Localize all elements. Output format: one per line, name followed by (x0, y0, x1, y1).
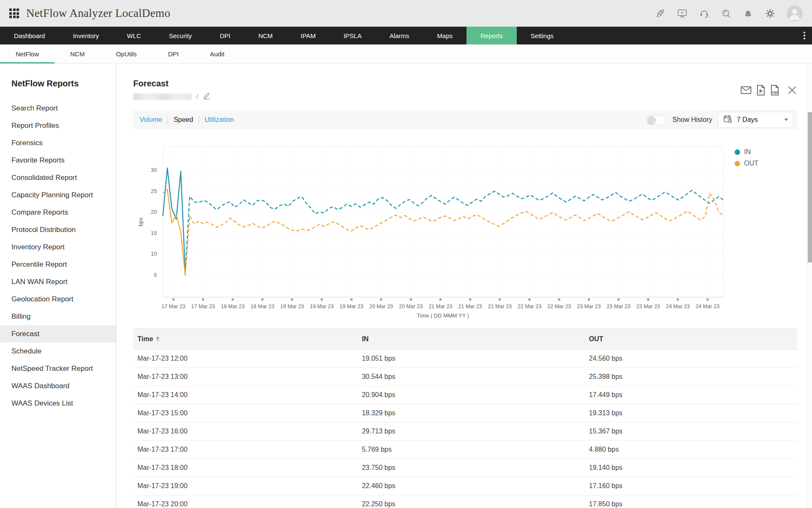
close-icon[interactable] (787, 85, 797, 97)
forecast-chart: 5101520253017 Mar 2317 Mar 2318 Mar 2318… (133, 130, 797, 326)
presentation-icon[interactable] (677, 8, 688, 19)
svg-text:19 Mar 23: 19 Mar 23 (340, 304, 363, 309)
table-cell: Mar-17-23 12:00 (133, 350, 358, 368)
tab-utilization[interactable]: Utilization (199, 116, 239, 124)
nav-item-alarms[interactable]: Alarms (376, 27, 423, 44)
legend-item-out[interactable]: OUT (735, 160, 758, 167)
svg-text:30: 30 (151, 167, 157, 173)
report-actions: CSV (740, 85, 797, 97)
sidebar-item-billing[interactable]: Billing (0, 308, 116, 325)
nav-item-reports[interactable]: Reports (466, 27, 517, 44)
apps-grid-icon[interactable] (9, 8, 19, 18)
table-cell: 18.329 bps (358, 404, 585, 422)
subnav-item-netflow[interactable]: NetFlow (0, 44, 55, 63)
legend-item-in[interactable]: IN (735, 148, 758, 156)
column-header-out[interactable]: OUT (585, 329, 797, 350)
table-cell: 17.160 bps (585, 477, 797, 495)
table-row[interactable]: Mar-17-23 18:0023.750 bps19.140 bps (133, 459, 797, 477)
sidebar-item-consolidated-report[interactable]: Consolidated Report (0, 169, 116, 186)
svg-text:18 Mar 23: 18 Mar 23 (250, 304, 274, 309)
table-row[interactable]: Mar-17-23 15:0018.329 bps19.313 bps (133, 404, 797, 422)
subnav-item-audit[interactable]: Audit (194, 44, 240, 63)
svg-text:21 Mar 23: 21 Mar 23 (488, 304, 512, 309)
sidebar-item-compare-reports[interactable]: Compare Reports (0, 204, 116, 221)
sidebar-item-capacity-planning-report[interactable]: Capacity Planning Report (0, 186, 116, 204)
nav-item-dashboard[interactable]: Dashboard (0, 27, 59, 44)
calendar-clock-icon (723, 114, 732, 125)
svg-text:23 Mar 23: 23 Mar 23 (636, 304, 660, 309)
sidebar-item-schedule[interactable]: Schedule (0, 342, 116, 360)
svg-text:CSV: CSV (772, 91, 778, 94)
sidebar-item-lan-wan-report[interactable]: LAN WAN Report (0, 273, 116, 290)
nav-item-security[interactable]: Security (155, 27, 206, 44)
table-row[interactable]: Mar-17-23 16:0029.713 bps15.367 bps (133, 422, 797, 441)
nav-item-inventory[interactable]: Inventory (59, 27, 113, 44)
table-cell: Mar-17-23 20:00 (133, 495, 358, 508)
email-icon[interactable] (740, 85, 752, 97)
table-cell: 17.449 bps (585, 386, 797, 404)
sidebar-item-percentile-report[interactable]: Percentile Report (0, 256, 116, 273)
nav-item-dpi[interactable]: DPI (206, 27, 244, 44)
svg-text:19 Mar 23: 19 Mar 23 (310, 304, 334, 309)
separator: / (196, 93, 198, 100)
nav-item-ncm[interactable]: NCM (244, 27, 287, 44)
forecast-table: TimeINOUT Mar-17-23 12:0019.051 bps24.56… (133, 328, 797, 508)
tab-speed[interactable]: Speed (168, 116, 198, 124)
sidebar-item-geolocation-report[interactable]: Geolocation Report (0, 290, 116, 308)
sub-nav: NetFlowNCMOpUtilsDPIAudit (0, 44, 812, 64)
table-row[interactable]: Mar-17-23 13:0030.544 bps25.398 bps (133, 368, 797, 386)
subnav-item-dpi[interactable]: DPI (152, 44, 194, 63)
more-menu-icon[interactable] (797, 27, 812, 44)
legend-label: IN (744, 148, 751, 156)
sidebar-item-favorite-reports[interactable]: Favorite Reports (0, 152, 116, 169)
sidebar-item-search-report[interactable]: Search Report (0, 99, 116, 117)
subnav-item-oputils[interactable]: OpUtils (100, 44, 152, 63)
vertical-scrollbar[interactable] (807, 64, 812, 508)
nav-item-wlc[interactable]: WLC (113, 27, 155, 44)
sidebar-item-forensics[interactable]: Forensics (0, 134, 116, 152)
sidebar-item-forecast[interactable]: Forecast (0, 325, 116, 342)
sidebar-item-netspeed-tracker-report[interactable]: NetSpeed Tracker Report (0, 360, 116, 377)
edit-pencil-icon[interactable] (203, 91, 211, 102)
pdf-export-icon[interactable] (756, 85, 766, 97)
table-row[interactable]: Mar-17-23 12:0019.051 bps24.560 bps (133, 350, 797, 368)
svg-text:23 Mar 23: 23 Mar 23 (577, 304, 601, 309)
table-cell: 19.140 bps (585, 459, 797, 477)
search-icon[interactable] (721, 8, 732, 19)
table-row[interactable]: Mar-17-23 17:005.769 bps4.880 bps (133, 441, 797, 459)
csv-export-icon[interactable]: CSV (770, 85, 780, 97)
tab-volume[interactable]: Volume (134, 116, 167, 124)
svg-text:20 Mar 23: 20 Mar 23 (399, 304, 422, 309)
main-nav: DashboardInventoryWLCSecurityDPINCMIPAMI… (0, 27, 812, 44)
sidebar-item-waas-dashboard[interactable]: WAAS Dashboard (0, 377, 116, 395)
headset-icon[interactable] (699, 8, 710, 19)
scrollbar-thumb[interactable] (808, 112, 812, 262)
table-cell: 22.460 bps (358, 477, 585, 495)
column-header-time[interactable]: Time (133, 329, 358, 350)
column-header-in[interactable]: IN (358, 329, 585, 350)
table-row[interactable]: Mar-17-23 14:0020.904 bps17.449 bps (133, 386, 797, 404)
bell-icon[interactable] (743, 8, 754, 19)
nav-item-ipam[interactable]: IPAM (287, 27, 330, 44)
table-row[interactable]: Mar-17-23 19:0022.460 bps17.160 bps (133, 477, 797, 495)
sidebar-item-report-profiles[interactable]: Report Profiles (0, 117, 116, 134)
time-period-dropdown[interactable]: 7 Days (718, 112, 793, 128)
table-cell: Mar-17-23 13:00 (133, 368, 358, 386)
avatar[interactable] (787, 6, 803, 22)
nav-item-settings[interactable]: Settings (517, 27, 568, 44)
rocket-icon[interactable] (655, 8, 666, 19)
show-history-toggle[interactable] (647, 115, 667, 125)
table-cell: 19.313 bps (585, 404, 797, 422)
table-row[interactable]: Mar-17-23 20:0022.250 bps17.850 bps (133, 495, 797, 508)
sort-icon[interactable] (156, 337, 159, 342)
svg-text:22 Mar 23: 22 Mar 23 (518, 304, 541, 309)
nav-item-ipsla[interactable]: IPSLA (329, 27, 376, 44)
sidebar-item-protocol-distribution[interactable]: Protocol Distribution (0, 221, 116, 238)
table-cell: 30.544 bps (358, 368, 585, 386)
subnav-item-ncm[interactable]: NCM (55, 44, 100, 63)
sidebar-item-inventory-report[interactable]: Inventory Report (0, 238, 116, 256)
gear-icon[interactable] (765, 8, 776, 19)
sidebar-item-waas-devices-list[interactable]: WAAS Devices List (0, 395, 116, 412)
table-cell: Mar-17-23 19:00 (133, 477, 358, 495)
nav-item-maps[interactable]: Maps (423, 27, 467, 44)
